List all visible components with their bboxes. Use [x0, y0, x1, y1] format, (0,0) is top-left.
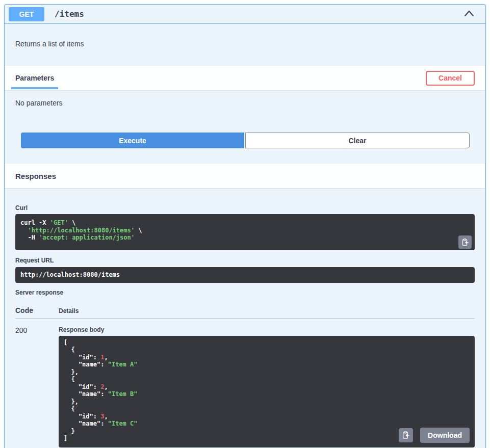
responses-section-title: Responses — [15, 172, 56, 180]
response-details-cell: Response body [ { "id": 1, "name": "Item… — [59, 326, 475, 447]
method-badge: GET — [9, 7, 44, 21]
download-button[interactable]: Download — [420, 428, 470, 443]
curl-command: curl -X 'GET' \ 'http://localhost:8080/i… — [20, 219, 470, 242]
clipboard-icon — [402, 431, 410, 439]
endpoint-panel: GET /items Returns a list of items Param… — [4, 4, 486, 448]
curl-label: Curl — [15, 204, 475, 212]
details-column-header: Details — [59, 306, 475, 314]
cancel-button[interactable]: Cancel — [426, 71, 475, 86]
clipboard-icon — [461, 238, 469, 246]
execute-wrapper: Execute Clear — [5, 107, 485, 164]
responses-section-header: Responses — [5, 164, 485, 188]
copy-curl-button[interactable] — [458, 235, 472, 249]
endpoint-description: Returns a list of items — [5, 24, 485, 66]
request-url-label: Request URL — [15, 257, 475, 264]
table-row: 200 Response body [ { "id": 1, "name": "… — [15, 319, 475, 447]
no-parameters-text: No parameters — [5, 90, 485, 107]
responses-inner: Curl curl -X 'GET' \ 'http://localhost:8… — [5, 188, 485, 448]
chevron-up-icon — [464, 10, 474, 17]
clear-button[interactable]: Clear — [245, 133, 470, 148]
response-body-label: Response body — [59, 326, 475, 333]
request-url-block: http://localhost:8080/items — [15, 267, 475, 283]
curl-code-block: curl -X 'GET' \ 'http://localhost:8080/i… — [15, 214, 475, 250]
response-body-block: [ { "id": 1, "name": "Item A" }, { "id":… — [59, 336, 475, 447]
execute-button[interactable]: Execute — [21, 133, 244, 148]
collapse-button[interactable] — [463, 9, 475, 19]
parameters-section-header: Parameters Cancel — [5, 66, 485, 90]
endpoint-path: /items — [55, 9, 84, 19]
active-tab-underline — [11, 87, 58, 89]
response-controls: Download — [399, 428, 470, 443]
request-url-value: http://localhost:8080/items — [20, 271, 470, 279]
table-header-row: Code Details — [15, 306, 475, 319]
server-response-table: Code Details 200 Response body [ { "id":… — [15, 306, 475, 447]
endpoint-header[interactable]: GET /items — [5, 5, 485, 24]
copy-response-button[interactable] — [399, 428, 413, 442]
response-body-json: [ { "id": 1, "name": "Item A" }, { "id":… — [64, 339, 470, 442]
status-code: 200 — [15, 326, 59, 447]
tab-parameters[interactable]: Parameters — [11, 73, 58, 83]
server-response-label: Server response — [15, 289, 475, 296]
tab-parameters-label: Parameters — [15, 74, 54, 82]
code-column-header: Code — [15, 306, 59, 314]
